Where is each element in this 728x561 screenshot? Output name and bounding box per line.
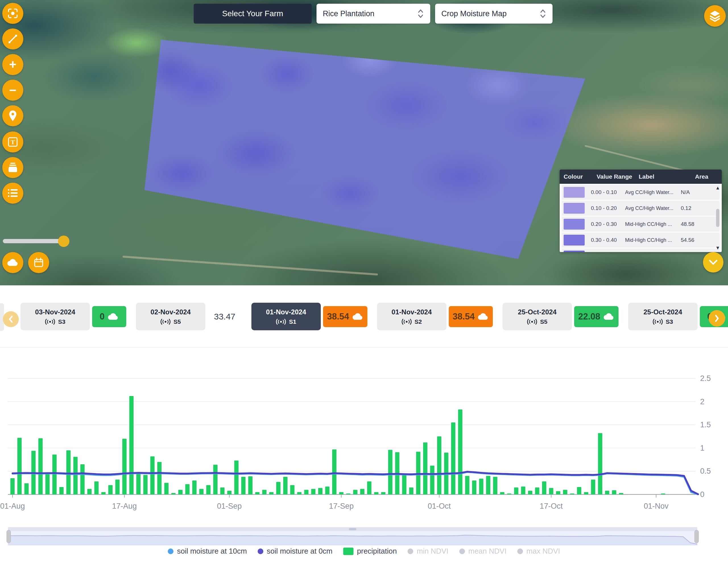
list-button[interactable] bbox=[2, 183, 23, 204]
range-slider-track[interactable] bbox=[8, 527, 697, 531]
precipitation-bar[interactable] bbox=[80, 464, 85, 494]
precipitation-bar[interactable] bbox=[185, 484, 190, 494]
precipitation-bar[interactable] bbox=[591, 480, 595, 494]
legend-item-soil-moisture-at-0cm[interactable]: soil moisture at 0cm bbox=[258, 547, 332, 556]
precipitation-bar[interactable] bbox=[178, 490, 183, 494]
precipitation-bar[interactable] bbox=[17, 438, 22, 494]
precipitation-bar[interactable] bbox=[353, 490, 357, 494]
precipitation-bar[interactable] bbox=[150, 456, 155, 494]
precipitation-bar[interactable] bbox=[381, 492, 385, 494]
precipitation-bar[interactable] bbox=[318, 488, 322, 494]
precipitation-bar[interactable] bbox=[367, 481, 371, 494]
precipitation-bar[interactable] bbox=[52, 455, 57, 494]
precipitation-bar[interactable] bbox=[507, 494, 511, 494]
precipitation-bar[interactable] bbox=[136, 472, 140, 494]
legend-scrollbar[interactable]: ▲ ▼ bbox=[715, 185, 721, 250]
tray-button[interactable] bbox=[2, 157, 23, 178]
precipitation-bar[interactable] bbox=[542, 481, 546, 494]
precipitation-bar[interactable] bbox=[304, 490, 309, 494]
precipitation-bar[interactable] bbox=[423, 442, 427, 494]
precipitation-bar[interactable] bbox=[528, 491, 532, 494]
legend-row[interactable] bbox=[562, 248, 719, 252]
precipitation-bar[interactable] bbox=[458, 409, 462, 494]
precipitation-bar[interactable] bbox=[269, 492, 274, 494]
precipitation-bar[interactable] bbox=[409, 488, 413, 494]
zoom-out-button[interactable]: − bbox=[2, 80, 23, 101]
date-card[interactable]: 02-Nov-2024 S5 bbox=[136, 303, 205, 330]
legend-row[interactable]: 0.20 - 0.30Mid-High CC/High ...48.58 bbox=[562, 217, 719, 231]
precipitation-bar[interactable] bbox=[563, 490, 567, 494]
precipitation-bar[interactable] bbox=[143, 475, 148, 494]
date-card[interactable]: 01-Nov-2024 S1 bbox=[251, 303, 321, 330]
precipitation-bar[interactable] bbox=[255, 492, 260, 494]
date-card[interactable]: 25-Oct-2024 S3 bbox=[628, 303, 698, 330]
layers-button[interactable] bbox=[704, 5, 726, 27]
legend-row[interactable]: 0.10 - 0.20Avg CC/High Water...0.12 bbox=[562, 201, 719, 216]
precipitation-bar[interactable] bbox=[479, 479, 483, 494]
focus-button[interactable] bbox=[2, 3, 23, 24]
precipitation-bar[interactable] bbox=[73, 457, 78, 494]
precipitation-bar[interactable] bbox=[612, 490, 616, 494]
precipitation-bar[interactable] bbox=[66, 450, 71, 494]
precipitation-bar[interactable] bbox=[45, 474, 50, 494]
precipitation-bar[interactable] bbox=[199, 489, 204, 494]
precipitation-bar[interactable] bbox=[157, 462, 162, 494]
calendar-button[interactable] bbox=[28, 252, 49, 273]
date-card[interactable]: 25-Oct-2024 S5 bbox=[502, 303, 572, 330]
overlay-opacity-slider-knob[interactable] bbox=[58, 235, 69, 247]
zoom-in-button[interactable]: + bbox=[2, 54, 23, 75]
precipitation-bar[interactable] bbox=[360, 489, 365, 494]
precipitation-bar[interactable] bbox=[374, 492, 379, 494]
precipitation-bar[interactable] bbox=[584, 492, 588, 494]
precipitation-bar[interactable] bbox=[38, 438, 43, 494]
legend-row[interactable]: 0.00 - 0.10Avg CC/High Water...N/A bbox=[562, 185, 719, 200]
precipitation-bar[interactable] bbox=[430, 466, 435, 494]
collapse-panel-button[interactable] bbox=[703, 252, 723, 272]
text-tool-button[interactable]: T bbox=[2, 131, 23, 152]
cloud-cover-button[interactable] bbox=[2, 252, 23, 273]
map-type-select[interactable]: Crop Moisture Map bbox=[435, 4, 553, 24]
precipitation-bar[interactable] bbox=[465, 476, 470, 494]
precipitation-bar[interactable] bbox=[297, 492, 301, 494]
legend-item-min-NDVI[interactable]: min NDVI bbox=[408, 547, 448, 556]
scroll-thumb[interactable] bbox=[716, 209, 719, 227]
scroll-down-icon[interactable]: ▼ bbox=[715, 245, 720, 250]
precipitation-bar[interactable] bbox=[577, 487, 581, 494]
precipitation-bar[interactable] bbox=[549, 488, 553, 494]
precipitation-bar[interactable] bbox=[241, 477, 245, 494]
precipitation-bar[interactable] bbox=[619, 493, 623, 494]
precipitation-bar[interactable] bbox=[227, 491, 231, 494]
precipitation-bar[interactable] bbox=[437, 436, 441, 494]
timeline-range-slider[interactable] bbox=[8, 527, 697, 545]
overlay-opacity-slider-track[interactable] bbox=[3, 239, 65, 243]
precipitation-bar[interactable] bbox=[220, 488, 225, 494]
precipitation-bar[interactable] bbox=[129, 396, 134, 494]
precipitation-bar[interactable] bbox=[388, 450, 392, 494]
precipitation-bar[interactable] bbox=[500, 492, 504, 494]
precipitation-bar[interactable] bbox=[486, 476, 490, 494]
precipitation-bar[interactable] bbox=[122, 439, 127, 494]
legend-row[interactable]: 0.30 - 0.40Mid-High CC/High ...54.56 bbox=[562, 233, 719, 247]
precipitation-bar[interactable] bbox=[535, 488, 539, 494]
range-drag-handle[interactable] bbox=[349, 528, 356, 530]
precipitation-bar[interactable] bbox=[234, 461, 239, 494]
precipitation-bar[interactable] bbox=[262, 490, 266, 494]
satellite-map[interactable]: Select Your Farm Rice Plantation Crop Mo… bbox=[0, 0, 728, 286]
expand-button[interactable] bbox=[2, 28, 23, 49]
precipitation-bar[interactable] bbox=[402, 474, 406, 494]
precipitation-bar[interactable] bbox=[346, 494, 350, 494]
precipitation-bar[interactable] bbox=[332, 450, 336, 494]
range-left-handle[interactable] bbox=[7, 530, 11, 543]
precipitation-bar[interactable] bbox=[213, 465, 218, 494]
strip-prev-button[interactable] bbox=[3, 311, 19, 327]
legend-item-soil-moisture-at-10cm[interactable]: soil moisture at 10cm bbox=[168, 547, 247, 556]
precipitation-bar[interactable] bbox=[276, 482, 280, 494]
legend-item-precipitation[interactable]: precipitation bbox=[343, 547, 397, 556]
precipitation-bar[interactable] bbox=[311, 489, 315, 494]
legend-item-mean-NDVI[interactable]: mean NDVI bbox=[459, 547, 506, 556]
precipitation-bar[interactable] bbox=[556, 491, 560, 494]
locate-button[interactable] bbox=[2, 105, 23, 126]
precipitation-bar[interactable] bbox=[164, 483, 169, 494]
precipitation-bar[interactable] bbox=[206, 485, 210, 494]
precipitation-bar[interactable] bbox=[472, 481, 476, 494]
